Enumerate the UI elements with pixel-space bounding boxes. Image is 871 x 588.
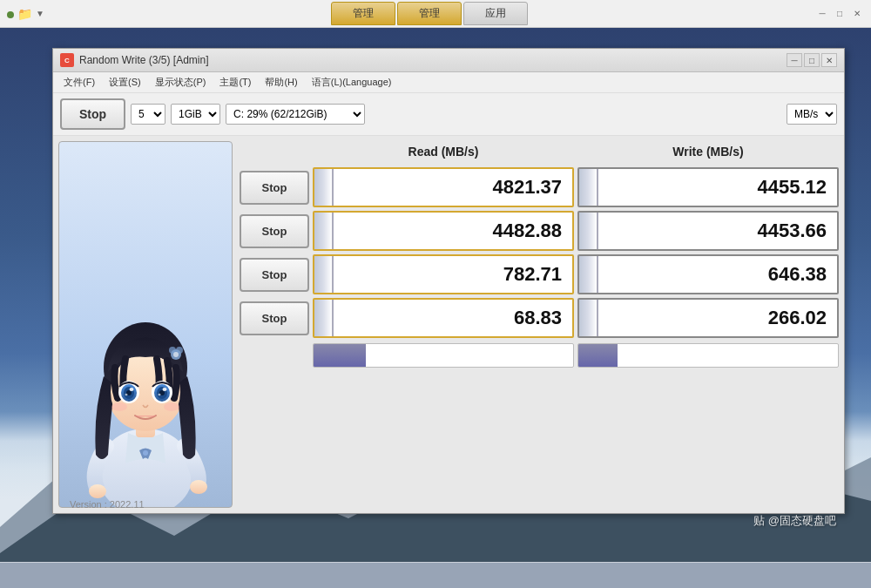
version-text: Version : 2022.11: [70, 499, 145, 510]
toolbar: Stop 5 1GiB C: 29% (62/212GiB) MB/s: [53, 93, 844, 136]
write-progress-bar: [577, 343, 839, 368]
read-header: Read (MB/s): [313, 141, 574, 162]
table-row: Stop 782.71 646.38: [240, 254, 839, 294]
read-value-3: 782.71: [313, 254, 574, 294]
svg-point-14: [89, 484, 106, 498]
window-title: Random Write (3/5) [Admin]: [79, 54, 781, 66]
size-select[interactable]: 1GiB: [171, 104, 220, 125]
menu-help[interactable]: 帮助(H): [258, 74, 304, 91]
read-value-4: 68.83: [313, 298, 574, 338]
taskbar-window-controls: ─ □ ✕: [808, 7, 871, 21]
menu-settings[interactable]: 设置(S): [102, 74, 148, 91]
maximize-btn[interactable]: □: [833, 7, 847, 21]
stop-button-3[interactable]: Stop: [240, 258, 309, 292]
progress-row: [240, 343, 839, 368]
stop-button-1[interactable]: Stop: [240, 171, 309, 205]
taskbar-system-icons: 📁 ▼: [0, 6, 51, 22]
content-area: Read (MB/s) Write (MB/s) Stop 4821.37 44…: [53, 136, 844, 513]
table-row: Stop 68.83 266.02: [240, 298, 839, 338]
write-value-1: 4455.12: [577, 167, 839, 207]
svg-point-33: [164, 402, 179, 411]
svg-point-32: [111, 402, 127, 411]
taskbar-top: 📁 ▼ 管理 管理 应用 ─ □ ✕: [0, 0, 871, 28]
menu-theme[interactable]: 主题(T): [213, 74, 258, 91]
menu-language[interactable]: 语言(L)(Language): [305, 74, 399, 91]
write-header: Write (MB/s): [577, 141, 839, 162]
close-btn[interactable]: ✕: [850, 7, 864, 21]
folder-icon: 📁: [17, 7, 32, 21]
svg-point-30: [163, 388, 167, 391]
data-panel: Read (MB/s) Write (MB/s) Stop 4821.37 44…: [240, 141, 839, 508]
app-window: C Random Write (3/5) [Admin] ─ □ ✕ 文件(F)…: [52, 48, 845, 514]
win-maximize[interactable]: □: [804, 53, 820, 67]
svg-point-37: [173, 352, 179, 357]
app-icon: C: [60, 53, 74, 67]
win-minimize[interactable]: ─: [787, 53, 802, 67]
write-value-2: 4453.66: [577, 211, 839, 251]
read-progress-bar: [313, 343, 574, 368]
read-value-2: 4482.88: [313, 211, 574, 251]
anime-character-svg: [63, 263, 228, 507]
taskbar-tabs: 管理 管理 应用: [51, 2, 808, 25]
unit-select[interactable]: MB/s: [787, 104, 837, 125]
tab-manage-2[interactable]: 管理: [397, 2, 462, 25]
tab-app[interactable]: 应用: [463, 2, 528, 25]
window-controls: ─ □ ✕: [787, 53, 837, 67]
taskbar-bottom: [0, 562, 871, 588]
read-progress-fill: [314, 344, 366, 367]
header-spacer: [240, 141, 309, 162]
menubar: 文件(F) 设置(S) 显示状态(P) 主题(T) 帮助(H) 语言(L)(La…: [53, 72, 844, 93]
minimize-btn[interactable]: ─: [815, 7, 829, 21]
main-stop-button[interactable]: Stop: [60, 98, 125, 130]
read-value-1: 4821.37: [313, 167, 574, 207]
win-close[interactable]: ✕: [821, 53, 837, 67]
column-headers: Read (MB/s) Write (MB/s): [240, 141, 839, 164]
green-dot-icon: [7, 6, 14, 22]
stop-button-4[interactable]: Stop: [240, 301, 309, 335]
progress-spacer: [240, 343, 309, 368]
tab-manage-1[interactable]: 管理: [331, 2, 395, 25]
drive-select[interactable]: C: 29% (62/212GiB): [226, 104, 365, 125]
anime-character-panel: [58, 141, 233, 508]
svg-point-24: [130, 388, 134, 391]
watermark: 贴 @固态硬盘吧: [753, 513, 836, 529]
window-titlebar: C Random Write (3/5) [Admin] ─ □ ✕: [53, 49, 844, 72]
menu-file[interactable]: 文件(F): [57, 74, 102, 91]
svg-point-13: [143, 450, 148, 456]
write-value-4: 266.02: [577, 298, 839, 338]
table-row: Stop 4482.88 4453.66: [240, 211, 839, 251]
write-value-3: 646.38: [577, 254, 839, 294]
svg-point-31: [159, 394, 161, 395]
stop-button-2[interactable]: Stop: [240, 214, 309, 248]
arrow-icon: ▼: [36, 9, 44, 18]
svg-point-15: [190, 480, 207, 494]
svg-point-25: [125, 394, 128, 395]
write-progress-fill: [578, 344, 618, 367]
table-row: Stop 4821.37 4455.12: [240, 167, 839, 207]
menu-display[interactable]: 显示状态(P): [148, 74, 213, 91]
threads-select[interactable]: 5: [131, 104, 165, 125]
